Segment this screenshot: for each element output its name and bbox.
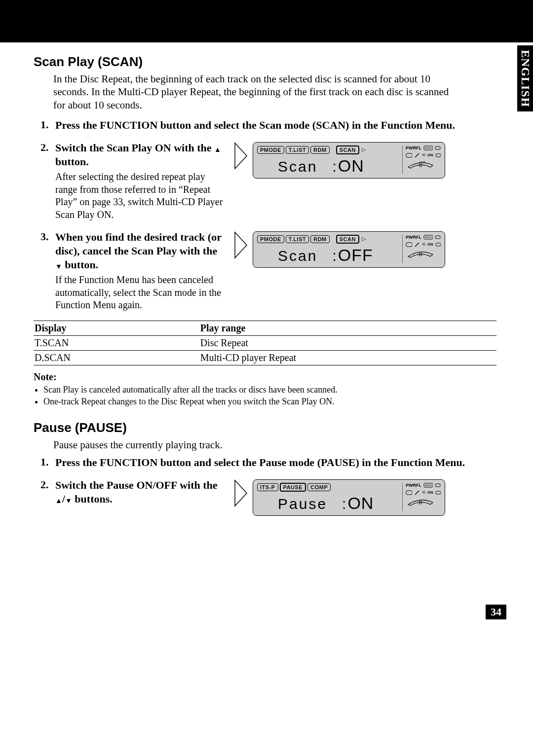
svg-rect-17 (436, 491, 441, 494)
on-indicator: ON (427, 153, 433, 157)
pwrfl-label: PWRFL (406, 483, 421, 488)
swoosh-icon (406, 498, 435, 506)
pause-step-2-head-b: buttons. (72, 493, 113, 505)
svg-rect-16 (406, 491, 412, 495)
page-number: 34 (486, 605, 506, 619)
lcd-panel-pause-on: ITS-P PAUSE COMP Pause :ON PWRFL ⟲O (234, 479, 445, 516)
svg-rect-15 (435, 484, 440, 487)
scan-step-3-body: If the Function Menu has been canceled a… (55, 274, 224, 312)
note-item: One-track Repeat changes to the Disc Rep… (43, 396, 496, 407)
lcd-panel-scan-off: PMODE T.LIST RDM SCAN ▷ Scan :OFF (234, 231, 445, 268)
lcd-tab-scan-selected: SCAN (336, 145, 359, 154)
table-row: D.SCAN Multi-CD player Repeat (34, 350, 496, 365)
lcd-label: Pause (278, 497, 327, 511)
pointer-icon (234, 231, 249, 256)
lcd-display: PMODE T.LIST RDM SCAN ▷ Scan :OFF (253, 231, 445, 268)
lcd-display: ITS-P PAUSE COMP Pause :ON PWRFL ⟲O (253, 479, 445, 516)
scan-step-3-head: When you find the desired track (or disc… (55, 230, 224, 272)
lcd-side-indicators: PWRFL ⟲ON OFF (402, 145, 441, 174)
lcd-readout: Scan :ON (257, 156, 398, 174)
scan-intro: In the Disc Repeat, the beginning of eac… (53, 72, 496, 111)
pointer-icon (234, 142, 249, 167)
pause-steps: Press the FUNCTION button and select the… (34, 456, 496, 516)
table-cell: Multi-CD player Repeat (200, 350, 496, 365)
on-indicator: ON (427, 242, 433, 247)
table-cell: Disc Repeat (200, 335, 496, 350)
language-tab: ENGLISH (517, 45, 533, 111)
svg-text:OFF: OFF (419, 161, 425, 164)
lcd-tab-itsp: ITS-P (257, 483, 278, 491)
pointer-icon (234, 479, 249, 504)
lcd-tab-rdm: RDM (310, 146, 330, 154)
svg-rect-11 (436, 243, 441, 246)
table-cell: D.SCAN (34, 350, 200, 365)
svg-marker-13 (235, 480, 247, 506)
lcd-readout: Scan :OFF (257, 246, 398, 263)
swoosh-icon: OFF (406, 160, 435, 169)
pwrfl-label: PWRFL (406, 145, 421, 150)
pwrfl-label: PWRFL (406, 235, 421, 240)
scan-step-2-head-a: Switch the Scan Play ON with the (55, 142, 212, 154)
swoosh-icon (406, 250, 435, 258)
pause-step-1: Press the FUNCTION button and select the… (34, 456, 496, 469)
lcd-tab-pmode: PMODE (257, 146, 284, 154)
down-triangle-icon: ▼ (65, 497, 72, 504)
page-content: ENGLISH Scan Play (SCAN) In the Disc Rep… (0, 42, 533, 639)
scan-step-3-head-a: When you find the desired track (or disc… (55, 231, 222, 257)
down-triangle-icon: ▼ (55, 263, 62, 270)
up-triangle-icon: ▲ (55, 497, 62, 504)
lcd-display: PMODE T.LIST RDM SCAN ▷ Scan :ON (253, 142, 445, 179)
scan-step-2-head: Switch the Scan Play ON with the ▲ butto… (55, 141, 224, 169)
lcd-readout: Pause :ON (257, 494, 398, 511)
lcd-tab-scan-selected: SCAN (336, 235, 359, 244)
section-pause-title: Pause (PAUSE) (34, 420, 496, 435)
lcd-value: :ON (342, 495, 374, 511)
pause-step-2: Switch the Pause ON/OFF with the ▲/▼ but… (34, 478, 496, 516)
svg-marker-0 (235, 143, 247, 169)
lcd-tab-row: PMODE T.LIST RDM SCAN ▷ (257, 235, 398, 244)
notes-heading: Note: (34, 371, 496, 383)
section-scan-title: Scan Play (SCAN) (34, 54, 496, 70)
pause-step-2-head-a: Switch the Pause ON/OFF with the (55, 479, 218, 491)
scan-step-2: Switch the Scan Play ON with the ▲ butto… (34, 141, 496, 221)
scan-display-table: Display Play range T.SCAN Disc Repeat D.… (34, 321, 496, 365)
scan-steps: Press the FUNCTION button and select the… (34, 118, 496, 312)
svg-rect-10 (406, 243, 412, 247)
lcd-tab-pause-selected: PAUSE (280, 483, 306, 492)
svg-rect-9 (435, 236, 440, 239)
pause-step-1-text: Press the FUNCTION button and select the… (55, 456, 496, 469)
scan-step-3-head-b: button. (62, 258, 98, 271)
scan-step-2-head-b: button. (55, 155, 89, 168)
lcd-side-indicators: PWRFL ⟲ON (402, 235, 441, 263)
lcd-value: :ON (332, 157, 364, 174)
lcd-panel-scan-on: PMODE T.LIST RDM SCAN ▷ Scan :ON (234, 142, 445, 179)
up-triangle-icon: ▲ (214, 146, 221, 153)
scan-step-2-body: After selecting the desired repeat play … (55, 171, 224, 221)
table-header-range: Play range (200, 321, 496, 335)
on-indicator: ON (427, 490, 433, 495)
header-black-bar (0, 0, 533, 42)
lcd-label: Scan (278, 159, 317, 174)
lcd-tab-row: ITS-P PAUSE COMP (257, 483, 398, 492)
pause-step-2-head: Switch the Pause ON/OFF with the ▲/▼ but… (55, 478, 224, 506)
play-indicator-icon: ▷ (362, 146, 366, 153)
lcd-tab-comp: COMP (307, 483, 331, 491)
page-footer: 34 (34, 605, 506, 619)
pause-intro: Pause pauses the currently playing track… (53, 438, 496, 451)
table-row: T.SCAN Disc Repeat (34, 335, 496, 350)
lcd-tab-tlist: T.LIST (286, 235, 309, 243)
svg-rect-3 (406, 153, 412, 157)
lcd-tab-row: PMODE T.LIST RDM SCAN ▷ (257, 145, 398, 154)
lcd-tab-rdm: RDM (310, 235, 330, 243)
lcd-value: :OFF (332, 247, 373, 263)
svg-marker-7 (235, 232, 247, 258)
scan-step-3: When you find the desired track (or disc… (34, 230, 496, 312)
lcd-side-indicators: PWRFL ⟲ON (402, 483, 441, 511)
lcd-tab-pmode: PMODE (257, 235, 284, 243)
play-indicator-icon: ▷ (362, 236, 366, 242)
table-cell: T.SCAN (34, 335, 200, 350)
scan-step-1: Press the FUNCTION button and select the… (34, 118, 496, 132)
note-item: Scan Play is canceled automatically afte… (43, 384, 496, 396)
lcd-tab-tlist: T.LIST (286, 146, 309, 154)
table-header-display: Display (34, 321, 200, 335)
